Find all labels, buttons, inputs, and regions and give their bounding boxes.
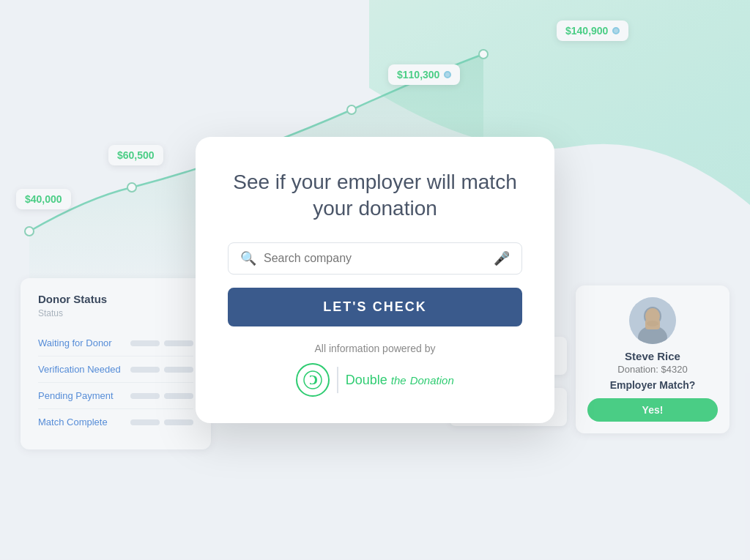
employer-match-modal: See if your employer will match your don… <box>196 137 554 424</box>
dtd-icon <box>296 363 330 397</box>
dtd-donation-text: Donation <box>410 374 454 387</box>
svg-point-15 <box>309 376 315 384</box>
modal-title: See if your employer will match your don… <box>228 169 522 223</box>
search-box[interactable]: 🔍 🎤 <box>228 242 522 275</box>
logo-divider <box>337 367 338 393</box>
double-the-donation-logo: Double the Donation <box>228 363 522 397</box>
search-icon: 🔍 <box>240 250 256 266</box>
dtd-the-text: the <box>391 374 406 387</box>
dtd-brand-text: Double the Donation <box>346 373 454 388</box>
powered-by-text: All information powered by <box>228 343 522 354</box>
search-input[interactable] <box>264 252 486 265</box>
microphone-icon[interactable]: 🎤 <box>494 250 510 266</box>
lets-check-button[interactable]: LET'S CHECK <box>228 288 522 326</box>
